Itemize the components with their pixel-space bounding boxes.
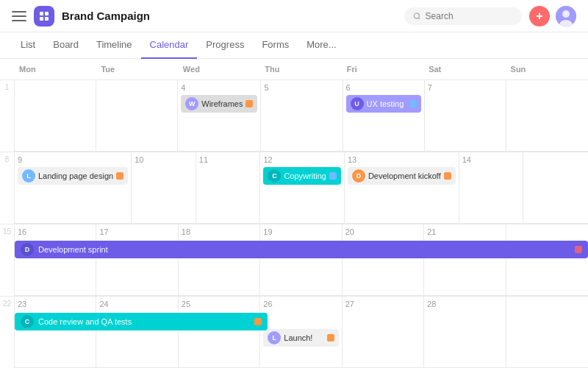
event-launch[interactable]: L Launch! [263, 329, 338, 347]
event-copywriting[interactable]: C Copywriting [263, 167, 340, 185]
day-header-thu: Thu [260, 59, 342, 79]
app-icon [34, 6, 54, 26]
day-header-wed: Wed [179, 59, 260, 79]
search-input[interactable] [426, 11, 513, 21]
week-days-1: 4 W Wireframes 5 6 U UX testing [15, 80, 588, 152]
event-status-dot [327, 334, 334, 342]
week-days-8: 9 L Landing page design 10 11 12 C C [15, 152, 588, 224]
calendar: Mon Tue Wed Thu Fri Sat Sun 1 4 W [0, 59, 588, 368]
week-num-8: 8 [0, 152, 15, 224]
svg-rect-2 [40, 17, 43, 21]
day-cell: 20 [343, 224, 424, 296]
week-days-22: 23 24 25 26 L Launch! 27 28 [15, 297, 588, 368]
week-row-8: 8 9 L Landing page design 10 11 12 [0, 152, 588, 224]
event-ux-testing[interactable]: U UX testing [346, 95, 421, 113]
svg-point-6 [562, 10, 570, 18]
nav-more[interactable]: More... [298, 32, 345, 59]
day-cell: 19 [260, 224, 342, 296]
event-avatar: W [185, 97, 198, 110]
event-code-review[interactable]: C Code review and QA tests [15, 313, 268, 330]
day-header-fri: Fri [343, 59, 424, 79]
day-cell: 24 [96, 297, 178, 368]
week-row-15: 15 16 17 18 19 20 21 D Development sprin… [0, 224, 588, 297]
day-cell: 7 [425, 80, 506, 152]
nav-forms[interactable]: Forms [253, 32, 298, 59]
day-header-sun: Sun [506, 59, 588, 79]
add-button[interactable]: + [529, 6, 550, 26]
svg-rect-0 [40, 12, 43, 15]
event-status-dot [444, 172, 451, 180]
event-landing[interactable]: L Landing page design [18, 167, 128, 185]
event-avatar: D [21, 243, 34, 256]
day-header-tue: Tue [96, 59, 178, 79]
day-cell: 23 [15, 297, 96, 368]
week-row-22: 22 23 24 25 26 L Launch! [0, 297, 588, 368]
svg-point-4 [414, 13, 419, 18]
day-header-sat: Sat [424, 59, 506, 79]
event-avatar: C [268, 169, 281, 183]
nav-board[interactable]: Board [44, 32, 87, 59]
day-cell: 17 [96, 224, 178, 296]
week-num-1: 1 [0, 80, 15, 152]
day-cell: 11 [196, 152, 261, 224]
event-wireframes[interactable]: W Wireframes [181, 95, 257, 113]
day-headers: Mon Tue Wed Thu Fri Sat Sun [0, 59, 588, 80]
nav-progress[interactable]: Progress [197, 32, 253, 59]
week-days-15: 16 17 18 19 20 21 D Development sprint [15, 224, 588, 296]
event-avatar: L [22, 169, 35, 183]
event-avatar: C [21, 315, 34, 328]
header: Brand Campaign + [0, 0, 588, 32]
day-cell: 21 [424, 224, 506, 296]
event-dev-sprint[interactable]: D Development sprint [15, 241, 588, 258]
event-status-dot [575, 246, 582, 253]
day-cell [506, 297, 588, 368]
event-dev-kickoff[interactable]: D Development kickoff [348, 167, 456, 185]
day-cell: 25 [179, 297, 260, 368]
event-status-dot [245, 100, 253, 107]
day-cell: 5 [261, 80, 343, 152]
event-status-dot [116, 172, 123, 180]
day-cell: 18 [179, 224, 260, 296]
search-bar[interactable] [404, 7, 522, 25]
event-status-dot [254, 318, 262, 325]
event-status-dot [329, 172, 337, 180]
event-avatar: U [351, 97, 364, 110]
avatar [556, 6, 576, 26]
nav-calendar[interactable]: Calendar [141, 32, 198, 59]
day-cell: 16 [15, 224, 96, 296]
svg-rect-1 [45, 12, 49, 15]
event-avatar: L [268, 331, 281, 344]
project-title: Brand Campaign [62, 10, 404, 22]
menu-icon[interactable] [12, 11, 26, 21]
day-header-mon: Mon [15, 59, 96, 79]
week-num-22: 22 [0, 297, 15, 368]
day-cell: 12 C Copywriting [260, 152, 344, 224]
day-cell: 6 U UX testing [343, 80, 425, 152]
day-cell: 4 W Wireframes [178, 80, 261, 152]
day-cell: 14 [459, 152, 524, 224]
day-cell [506, 80, 588, 152]
day-cell [96, 80, 178, 152]
day-cell: 26 L Launch! [260, 297, 342, 368]
day-cell [15, 80, 96, 152]
event-status-dot [409, 100, 417, 107]
day-cell: 13 D Development kickoff [345, 152, 459, 224]
day-cell [506, 224, 588, 296]
week-row-1: 1 4 W Wireframes 5 6 [0, 80, 588, 152]
day-cell [523, 152, 588, 224]
week-num-15: 15 [0, 224, 15, 296]
nav: List Board Timeline Calendar Progress Fo… [0, 32, 588, 59]
calendar-body: 1 4 W Wireframes 5 6 [0, 80, 588, 368]
nav-list[interactable]: List [12, 32, 44, 59]
day-cell: 10 [132, 152, 196, 224]
day-cell: 9 L Landing page design [15, 152, 132, 224]
day-cell: 28 [424, 297, 506, 368]
nav-timeline[interactable]: Timeline [87, 32, 141, 59]
svg-rect-3 [45, 17, 49, 21]
day-cell: 27 [343, 297, 424, 368]
event-avatar: D [352, 169, 365, 183]
app-container: Brand Campaign + List Board Timeline Cal… [0, 0, 588, 368]
